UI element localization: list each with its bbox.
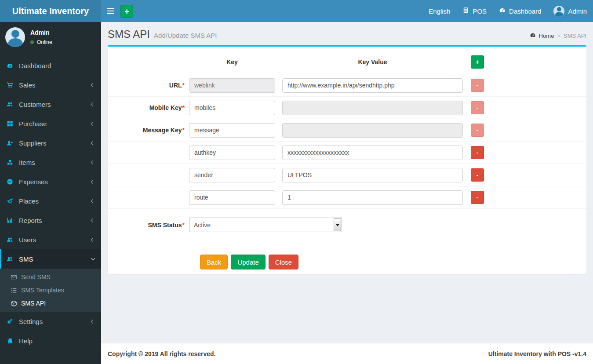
row-label: Message Key: [143, 127, 182, 134]
back-button[interactable]: Back: [200, 255, 228, 269]
remove-row-button[interactable]: -: [471, 191, 484, 204]
nav-language[interactable]: English: [422, 6, 456, 17]
update-button[interactable]: Update: [231, 255, 265, 269]
key-input[interactable]: [189, 168, 275, 182]
sidebar-item-settings[interactable]: Settings: [0, 312, 101, 331]
paper-plane-icon: [7, 198, 19, 204]
form-row-message-key: Message Key* -: [108, 119, 586, 142]
row-label: URL: [169, 82, 182, 89]
sidebar-item-sms-api[interactable]: SMS API: [0, 297, 101, 310]
sidebar-menu: Dashboard Sales Customers Purchase Suppl…: [0, 56, 101, 350]
quick-add-button[interactable]: +: [120, 5, 133, 18]
form-footer: Back Update Close: [108, 250, 586, 274]
sidebar-item-items[interactable]: Items: [0, 153, 101, 172]
sidebar-item-reports[interactable]: Reports: [0, 211, 101, 230]
breadcrumb: Home > SMS API: [530, 32, 586, 40]
key-value-input[interactable]: [282, 146, 463, 160]
chevron-left-icon: [91, 179, 95, 184]
chevron-left-icon: [91, 218, 95, 222]
sms-api-form-box: Key Key Value + URL* - Mobile Key* - Mes…: [108, 45, 586, 274]
key-value-column-header: Key Value: [282, 58, 463, 66]
minus-circle-icon: [7, 178, 19, 185]
remove-row-button[interactable]: -: [471, 146, 484, 159]
breadcrumb-separator: >: [557, 33, 560, 39]
key-value-input[interactable]: [282, 123, 463, 138]
book-icon: [7, 338, 19, 344]
nav-user-label: Admin: [568, 7, 587, 15]
dashboard-icon: [499, 7, 506, 15]
sidebar-item-sales[interactable]: Sales: [0, 75, 101, 95]
nav-pos-label: POS: [473, 7, 487, 15]
brand-logo[interactable]: Ultimate Inventory: [0, 0, 101, 22]
sidebar-item-customers[interactable]: Customers: [0, 95, 101, 114]
home-gauge-icon: [530, 32, 536, 40]
cubes-icon: [7, 159, 19, 166]
key-input[interactable]: [189, 146, 275, 160]
nav-pos[interactable]: POS: [456, 6, 493, 17]
remove-row-button[interactable]: -: [471, 101, 484, 114]
nav-user-menu[interactable]: Admin: [547, 6, 593, 17]
sidebar-item-places[interactable]: Places: [0, 191, 101, 211]
sidebar: Admin Online Dashboard Sales Customers P…: [0, 22, 101, 364]
breadcrumb-current: SMS API: [564, 33, 586, 39]
sidebar-item-send-sms[interactable]: Send SMS: [0, 270, 101, 284]
sms-submenu: Send SMS SMS Templates SMS API: [0, 269, 101, 312]
gauge-icon: [7, 62, 19, 69]
add-row-button[interactable]: +: [471, 55, 484, 69]
sms-status-select[interactable]: Active: [189, 218, 342, 232]
form-row-authkey: -: [108, 142, 586, 164]
key-input[interactable]: [189, 123, 275, 138]
copyright-text: Copyright © 2019 All rights reserved.: [108, 350, 216, 357]
breadcrumb-home-link[interactable]: Home: [539, 33, 554, 39]
key-value-input[interactable]: [282, 190, 463, 205]
row-label: Mobile Key: [149, 104, 182, 111]
nav-dashboard-label: Dashboard: [509, 7, 541, 15]
key-input[interactable]: [189, 78, 275, 93]
key-input[interactable]: [189, 190, 275, 205]
sidebar-item-suppliers[interactable]: Suppliers: [0, 133, 101, 153]
chevron-left-icon: [91, 121, 95, 126]
key-input[interactable]: [189, 101, 275, 115]
close-button[interactable]: Close: [269, 255, 298, 269]
list-icon: [11, 287, 17, 294]
chevron-left-icon: [91, 83, 95, 87]
top-navbar: Ultimate Inventory + English POS Dashboa…: [0, 0, 593, 22]
remove-row-button[interactable]: -: [471, 168, 484, 182]
remove-row-button[interactable]: -: [471, 79, 484, 92]
sidebar-item-help[interactable]: Help: [0, 331, 101, 350]
required-asterisk: *: [182, 104, 185, 111]
page-subtitle: Add/Update SMS API: [154, 32, 217, 39]
key-value-input[interactable]: [282, 168, 463, 182]
nav-dashboard[interactable]: Dashboard: [493, 6, 547, 17]
users-icon: [7, 101, 19, 108]
sidebar-toggle-button[interactable]: [101, 0, 120, 22]
chevron-left-icon: [91, 237, 95, 242]
sidebar-item-users[interactable]: Users: [0, 230, 101, 249]
form-header-row: Key Key Value +: [108, 50, 586, 74]
cart-icon: [7, 82, 19, 88]
remove-row-button[interactable]: -: [471, 124, 484, 137]
form-row-sender: -: [108, 164, 586, 186]
sidebar-item-sms-templates[interactable]: SMS Templates: [0, 284, 101, 297]
page-title: SMS API: [108, 28, 150, 40]
required-asterisk: *: [182, 82, 185, 89]
required-asterisk: *: [182, 222, 185, 229]
user-name: Admin: [30, 29, 52, 36]
form-row-url: URL* -: [108, 74, 586, 97]
key-column-header: Key: [189, 58, 275, 66]
user-status-label: Online: [37, 39, 52, 45]
user-avatar: [5, 27, 25, 47]
sidebar-item-expenses[interactable]: Expenses: [0, 172, 101, 191]
chevron-left-icon: [91, 141, 95, 145]
sms-status-row: SMS Status* Active: [108, 209, 586, 244]
sidebar-item-dashboard[interactable]: Dashboard: [0, 56, 101, 75]
user-avatar-icon: [553, 6, 564, 17]
key-value-input[interactable]: [282, 101, 463, 115]
cube-icon: [11, 300, 17, 307]
key-value-input[interactable]: [282, 78, 463, 93]
version-text: Ultimate Inventory with POS -v1.4: [488, 350, 586, 357]
chevron-left-icon: [91, 160, 95, 164]
sidebar-item-sms[interactable]: SMS: [0, 249, 101, 269]
sidebar-item-purchase[interactable]: Purchase: [0, 114, 101, 133]
form-row-route: -: [108, 186, 586, 209]
